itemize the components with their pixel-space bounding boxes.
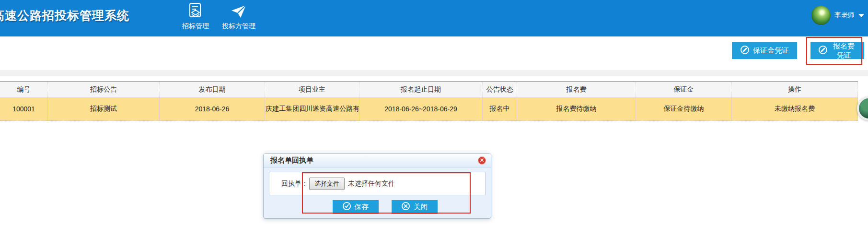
document-stack-icon [174,3,217,20]
cell-status-badge: 报名中 [483,97,517,120]
announcements-table: 编号 招标公告 发布日期 项目业主 报名起止日期 公告状态 报名费 保证金 操作… [0,81,858,121]
column-header: 报名起止日期 [359,82,483,97]
cell-signup-period: 2018-06-26~2018-06-29 [359,97,483,120]
button-label: 关闭 [414,202,428,212]
nav-item-bidder-management[interactable]: 投标方管理 [217,3,260,31]
user-avatar [811,6,831,25]
cell-publish-date: 2018-06-26 [160,97,265,120]
floating-widget-button[interactable] [857,96,868,120]
file-upload-field: 回执单： 选择文件 未选择任何文件 [269,172,486,195]
receipt-upload-dialog: 报名单回执单 ✕ 回执单： 选择文件 未选择任何文件 保存 [263,153,491,219]
table-header-row: 编号 招标公告 发布日期 项目业主 报名起止日期 公告状态 报名费 保证金 操作 [0,81,858,97]
top-bar: 高速公路招投标管理系统 招标管理 投标方管理 李老师 [0,0,868,36]
nav-label: 投标方管理 [217,22,260,31]
file-field-label: 回执单： [281,179,308,188]
deposit-voucher-button[interactable]: 保证金凭证 [732,42,797,59]
secondary-toolbar-band [0,70,868,76]
column-header: 公告状态 [483,82,517,97]
cell-announcement: 招标测试 [48,97,160,120]
dialog-body: 回执单： 选择文件 未选择任何文件 保存 [264,167,491,218]
nav-label: 招标管理 [174,22,217,31]
button-label: 报名费凭证 [831,42,856,60]
file-status-text: 未选择任何文件 [348,179,395,188]
user-name: 李老师 [834,11,855,20]
button-label: 保证金凭证 [753,46,789,55]
chevron-down-icon [858,14,864,17]
user-menu[interactable]: 李老师 [811,4,864,27]
column-header: 编号 [0,82,48,97]
cell-registration-fee: 报名费待缴纳 [517,97,636,120]
check-circle-icon [342,202,351,212]
cell-deposit: 保证金待缴纳 [636,97,732,120]
column-header: 发布日期 [160,82,265,97]
app-title: 高速公路招投标管理系统 [0,8,129,24]
column-header: 保证金 [636,82,732,97]
edit-circle-icon [740,45,750,56]
column-header: 报名费 [517,82,636,97]
cell-operation: 未缴纳报名费 [732,97,858,120]
edit-circle-icon [818,45,828,56]
close-button[interactable]: 关闭 [392,200,438,214]
save-button[interactable]: 保存 [333,200,379,214]
cell-project-owner: 重庆建工集团四川遂资高速公路有... [265,97,359,120]
column-header: 项目业主 [265,82,359,97]
paper-plane-icon [217,3,260,20]
column-header: 操作 [732,82,858,97]
column-header: 招标公告 [48,82,160,97]
button-label: 保存 [355,202,369,212]
dialog-titlebar: 报名单回执单 ✕ [264,154,491,167]
table-row[interactable]: 100001 招标测试 2018-06-26 重庆建工集团四川遂资高速公路有..… [0,97,858,121]
dialog-title: 报名单回执单 [270,156,478,165]
choose-file-button[interactable]: 选择文件 [309,178,345,190]
x-circle-icon [401,202,410,212]
close-icon[interactable]: ✕ [478,156,486,165]
cell-id: 100001 [0,97,48,120]
dialog-footer: 保存 关闭 [277,195,493,218]
registration-fee-voucher-button[interactable]: 报名费凭证 [810,42,864,59]
nav-item-bid-management[interactable]: 招标管理 [174,3,217,31]
